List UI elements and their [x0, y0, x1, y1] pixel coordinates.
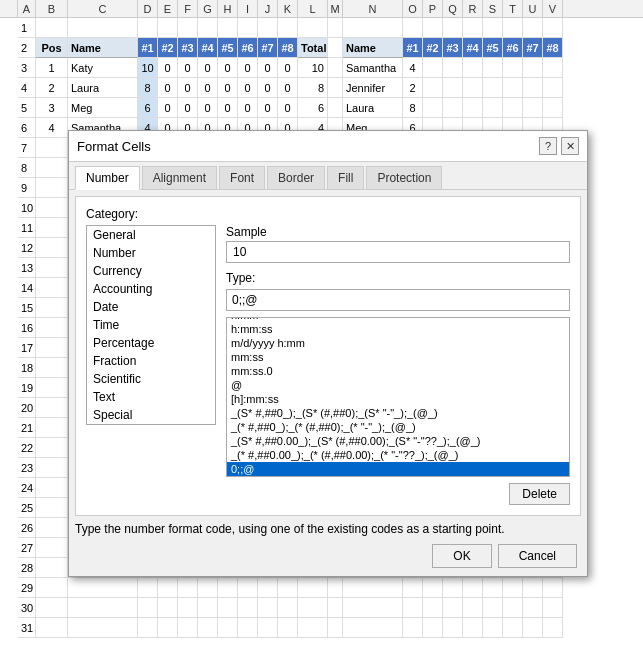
- cell-3-r5[interactable]: [483, 58, 503, 78]
- cell[interactable]: [403, 578, 423, 598]
- cell-r-hash5-header[interactable]: #5: [483, 38, 503, 58]
- cell[interactable]: [343, 618, 403, 638]
- cell-hash7-header[interactable]: #7: [258, 38, 278, 58]
- cell[interactable]: [36, 338, 68, 358]
- cell[interactable]: [36, 598, 68, 618]
- cell-pos-header[interactable]: Pos: [36, 38, 68, 58]
- cell-5-r7[interactable]: [523, 98, 543, 118]
- cell-4-r5[interactable]: [483, 78, 503, 98]
- cell-1-L[interactable]: [298, 18, 328, 38]
- cell-1-H[interactable]: [218, 18, 238, 38]
- category-list[interactable]: GeneralNumberCurrencyAccountingDateTimeP…: [86, 225, 216, 425]
- cell[interactable]: [36, 178, 68, 198]
- format-item[interactable]: _(* #,##0_);_(* (#,##0);_(* "-"_);_(@_): [227, 420, 569, 434]
- format-item[interactable]: _(* #,##0.00_);_(* (#,##0.00);_(* "-"??_…: [227, 448, 569, 462]
- cell-1-T[interactable]: [503, 18, 523, 38]
- tab-alignment[interactable]: Alignment: [142, 166, 217, 189]
- cell-4-r4[interactable]: [463, 78, 483, 98]
- cell[interactable]: [36, 498, 68, 518]
- cell[interactable]: [298, 618, 328, 638]
- cell[interactable]: [328, 598, 343, 618]
- cell-1-V[interactable]: [543, 18, 563, 38]
- cell-3-5[interactable]: 0: [218, 58, 238, 78]
- cell[interactable]: [36, 538, 68, 558]
- cell[interactable]: [343, 578, 403, 598]
- cell-6-pos[interactable]: 4: [36, 118, 68, 138]
- cell[interactable]: [178, 578, 198, 598]
- col-header-D[interactable]: D: [138, 0, 158, 17]
- cell[interactable]: [68, 598, 138, 618]
- cell[interactable]: [238, 578, 258, 598]
- cell-1-S[interactable]: [483, 18, 503, 38]
- col-header-G[interactable]: G: [198, 0, 218, 17]
- cell[interactable]: [258, 598, 278, 618]
- cell[interactable]: [36, 318, 68, 338]
- cell[interactable]: [403, 618, 423, 638]
- cell[interactable]: [443, 578, 463, 598]
- cell-1-Q[interactable]: [443, 18, 463, 38]
- cell[interactable]: [36, 618, 68, 638]
- cell-4-r3[interactable]: [443, 78, 463, 98]
- cell-name-header[interactable]: Name: [68, 38, 138, 58]
- cell-4-r1[interactable]: 2: [403, 78, 423, 98]
- cell[interactable]: [403, 598, 423, 618]
- cell-4-r6[interactable]: [503, 78, 523, 98]
- cell-1-O[interactable]: [403, 18, 423, 38]
- cell[interactable]: [198, 618, 218, 638]
- cell-5-3[interactable]: 0: [178, 98, 198, 118]
- cell[interactable]: [443, 598, 463, 618]
- cell[interactable]: [138, 618, 158, 638]
- cell-5-name2[interactable]: Laura: [343, 98, 403, 118]
- category-item[interactable]: Percentage: [87, 334, 215, 352]
- cell-hash2-header[interactable]: #2: [158, 38, 178, 58]
- cell[interactable]: [483, 618, 503, 638]
- tab-font[interactable]: Font: [219, 166, 265, 189]
- cell[interactable]: [238, 618, 258, 638]
- category-item[interactable]: Text: [87, 388, 215, 406]
- format-item[interactable]: h:mm:ss: [227, 322, 569, 336]
- cell[interactable]: [258, 578, 278, 598]
- cell[interactable]: [138, 578, 158, 598]
- cell-4-2[interactable]: 0: [158, 78, 178, 98]
- cell[interactable]: [36, 438, 68, 458]
- category-item[interactable]: Accounting: [87, 280, 215, 298]
- cell[interactable]: [328, 578, 343, 598]
- format-item[interactable]: _(S* #,##0.00_);_(S* (#,##0.00);_(S* "-"…: [227, 434, 569, 448]
- format-item[interactable]: mm:ss.0: [227, 364, 569, 378]
- cell-3-pos[interactable]: 1: [36, 58, 68, 78]
- cell-4-r8[interactable]: [543, 78, 563, 98]
- delete-button[interactable]: Delete: [509, 483, 570, 505]
- cell-5-7[interactable]: 0: [258, 98, 278, 118]
- category-item[interactable]: Custom: [87, 424, 215, 425]
- cell-hash6-header[interactable]: #6: [238, 38, 258, 58]
- cell[interactable]: [238, 598, 258, 618]
- category-item[interactable]: General: [87, 226, 215, 244]
- cell-1-U[interactable]: [523, 18, 543, 38]
- cell[interactable]: [543, 618, 563, 638]
- cell[interactable]: [178, 618, 198, 638]
- cell[interactable]: [278, 618, 298, 638]
- col-header-M[interactable]: M: [328, 0, 343, 17]
- cell-hash4-header[interactable]: #4: [198, 38, 218, 58]
- cell-1-M[interactable]: [328, 18, 343, 38]
- cell[interactable]: [178, 598, 198, 618]
- cell[interactable]: [463, 578, 483, 598]
- tab-border[interactable]: Border: [267, 166, 325, 189]
- col-header-N[interactable]: N: [343, 0, 403, 17]
- cell[interactable]: [218, 598, 238, 618]
- cell-hash1-header[interactable]: #1: [138, 38, 158, 58]
- cell[interactable]: [68, 578, 138, 598]
- format-item[interactable]: _(S* #,##0_);_(S* (#,##0);_(S* "-"_);_(@…: [227, 406, 569, 420]
- cell-1-J[interactable]: [258, 18, 278, 38]
- cell[interactable]: [36, 398, 68, 418]
- cell-4-3[interactable]: 0: [178, 78, 198, 98]
- cell[interactable]: [423, 618, 443, 638]
- cell-5-r8[interactable]: [543, 98, 563, 118]
- cell-r-hash1-header[interactable]: #1: [403, 38, 423, 58]
- cell[interactable]: [36, 558, 68, 578]
- cell[interactable]: [36, 418, 68, 438]
- category-item[interactable]: Fraction: [87, 352, 215, 370]
- cell-3-r8[interactable]: [543, 58, 563, 78]
- col-header-U[interactable]: U: [523, 0, 543, 17]
- cell-total-header[interactable]: Total:: [298, 38, 328, 58]
